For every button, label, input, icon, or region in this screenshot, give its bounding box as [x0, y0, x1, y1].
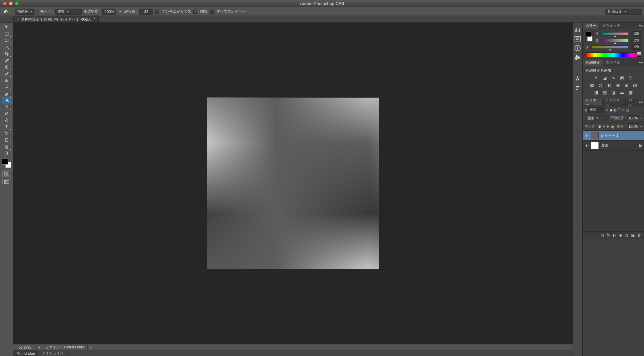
- hue-icon[interactable]: ▦: [589, 82, 595, 88]
- selective-color-icon[interactable]: ▩: [628, 90, 634, 95]
- brightness-icon[interactable]: ☀: [593, 75, 599, 80]
- dodge-tool[interactable]: [2, 110, 12, 117]
- g-slider[interactable]: [601, 39, 629, 42]
- clone-stamp-tool[interactable]: [2, 77, 12, 84]
- history-brush-tool[interactable]: [2, 84, 12, 90]
- color-tab[interactable]: カラー: [583, 23, 599, 29]
- path-select-tool[interactable]: [2, 130, 12, 137]
- new-group-icon[interactable]: 🗀: [624, 233, 628, 238]
- lasso-tool[interactable]: [2, 37, 12, 44]
- lock-pixels-icon[interactable]: ✎: [602, 125, 605, 128]
- invert-icon[interactable]: ◨: [593, 90, 599, 95]
- healing-brush-tool[interactable]: [2, 64, 12, 70]
- layer-row[interactable]: 👁 背景 🔒: [583, 141, 644, 151]
- r-value-input[interactable]: 129: [631, 31, 641, 36]
- vibrance-icon[interactable]: ▽: [628, 75, 634, 80]
- eyedropper-tool[interactable]: [2, 57, 12, 64]
- color-panel-menu-icon[interactable]: ▾≡: [638, 24, 644, 28]
- antialias-checkbox[interactable]: ✓: [155, 10, 159, 14]
- bw-icon[interactable]: ◐: [606, 82, 612, 88]
- properties-panel-icon[interactable]: [574, 54, 581, 61]
- screenmode-toggle[interactable]: [2, 179, 11, 185]
- visibility-icon[interactable]: 👁: [584, 144, 589, 148]
- contiguous-checkbox[interactable]: ✓: [193, 10, 197, 14]
- brush-tool[interactable]: [2, 70, 12, 77]
- zoom-window-button[interactable]: [15, 2, 19, 5]
- layer-fill-input[interactable]: 100%: [627, 123, 639, 129]
- type-tool[interactable]: [2, 123, 12, 130]
- current-tool-icon[interactable]: [2, 8, 9, 15]
- blend-mode-select[interactable]: 通常: [55, 9, 82, 15]
- layer-opacity-input[interactable]: 100%: [627, 115, 639, 121]
- layer-row[interactable]: 👁 レイヤー 1: [583, 131, 644, 141]
- info-panel-icon[interactable]: [574, 44, 581, 52]
- paths-tab[interactable]: パス: [626, 99, 638, 106]
- threshold-icon[interactable]: ◪: [610, 90, 616, 95]
- crop-tool[interactable]: [2, 50, 12, 57]
- zoom-tool[interactable]: [2, 150, 12, 157]
- tolerance-input[interactable]: 32: [139, 9, 153, 15]
- balance-icon[interactable]: ⚖: [598, 82, 603, 88]
- layer-name[interactable]: レイヤー 1: [601, 133, 618, 138]
- minimize-window-button[interactable]: [9, 2, 13, 5]
- filter-adjust-icon[interactable]: ◐: [614, 108, 617, 112]
- character-panel-icon[interactable]: [574, 75, 581, 82]
- b-value-input[interactable]: 129: [631, 44, 641, 50]
- quickmask-toggle[interactable]: [2, 171, 11, 177]
- link-layers-icon[interactable]: ⧉: [601, 233, 604, 238]
- shape-tool[interactable]: [2, 137, 12, 143]
- lock-position-icon[interactable]: ✥: [606, 125, 609, 128]
- workspace-preset-select[interactable]: 初期設定: [605, 9, 642, 15]
- styles-tab[interactable]: スタイル: [603, 59, 623, 66]
- paint-bucket-tool[interactable]: [2, 97, 12, 104]
- delete-layer-icon[interactable]: 🗑: [637, 233, 641, 238]
- paragraph-panel-icon[interactable]: [574, 84, 581, 92]
- spectrum-ramp[interactable]: [586, 52, 641, 57]
- magic-wand-tool[interactable]: [2, 44, 12, 50]
- pen-tool[interactable]: [2, 117, 12, 123]
- b-slider[interactable]: [592, 45, 629, 49]
- fill-source-select[interactable]: 描画色: [15, 9, 35, 15]
- levels-icon[interactable]: ◢: [602, 75, 608, 80]
- posterize-icon[interactable]: ▤: [602, 90, 608, 95]
- mini-bridge-tab[interactable]: Mini Bridge: [13, 350, 39, 356]
- document-canvas[interactable]: [207, 98, 379, 269]
- g-value-input[interactable]: 129: [631, 38, 641, 43]
- swatches-tab[interactable]: スウォッチ: [599, 23, 623, 29]
- layers-tab[interactable]: レイヤー: [583, 99, 602, 106]
- r-slider[interactable]: [601, 32, 629, 36]
- exposure-icon[interactable]: ◩: [619, 75, 625, 80]
- adjustments-panel-menu-icon[interactable]: ▾≡: [638, 60, 644, 65]
- histogram-panel-icon[interactable]: [574, 26, 581, 33]
- layers-panel-menu-icon[interactable]: ▾≡: [638, 100, 644, 105]
- opacity-input[interactable]: 100%: [102, 9, 116, 15]
- status-info[interactable]: ファイル : 3.00M/3.00M: [42, 345, 88, 350]
- layer-name[interactable]: 背景: [601, 143, 608, 148]
- status-flyout-icon[interactable]: [88, 346, 93, 349]
- zoom-flyout-icon[interactable]: [37, 346, 42, 349]
- new-adjustment-icon[interactable]: ◑: [618, 233, 622, 238]
- channels-tab[interactable]: チャンネル: [602, 99, 626, 106]
- layer-blend-mode-select[interactable]: 通常: [585, 115, 609, 121]
- color-preview[interactable]: [586, 31, 593, 42]
- gradient-map-icon[interactable]: ▬: [619, 90, 625, 95]
- document-tab[interactable]: × 名称未設定 1 @ 66.7% (レイヤー 1, RGB/8) *: [13, 16, 99, 22]
- eraser-tool[interactable]: [2, 90, 12, 97]
- timeline-tab[interactable]: タイムライン: [39, 350, 67, 356]
- move-tool[interactable]: [2, 24, 12, 31]
- filter-shape-icon[interactable]: ▭: [621, 108, 624, 112]
- blur-tool[interactable]: [2, 104, 12, 110]
- close-window-button[interactable]: [3, 2, 7, 5]
- rect-marquee-tool[interactable]: [2, 31, 12, 37]
- hand-tool[interactable]: [2, 143, 12, 150]
- layer-fx-icon[interactable]: fx: [607, 233, 610, 238]
- lookup-icon[interactable]: ▥: [632, 82, 638, 88]
- layer-thumbnail[interactable]: [591, 142, 599, 149]
- all-layers-checkbox[interactable]: [210, 10, 214, 14]
- opacity-flyout[interactable]: [118, 9, 122, 15]
- navigator-panel-icon[interactable]: [574, 35, 581, 42]
- lock-all-icon[interactable]: 🔒: [610, 125, 614, 128]
- layer-thumbnail[interactable]: [591, 132, 599, 139]
- lock-transparency-icon[interactable]: ▣: [598, 125, 601, 128]
- new-layer-icon[interactable]: ▣: [631, 233, 635, 238]
